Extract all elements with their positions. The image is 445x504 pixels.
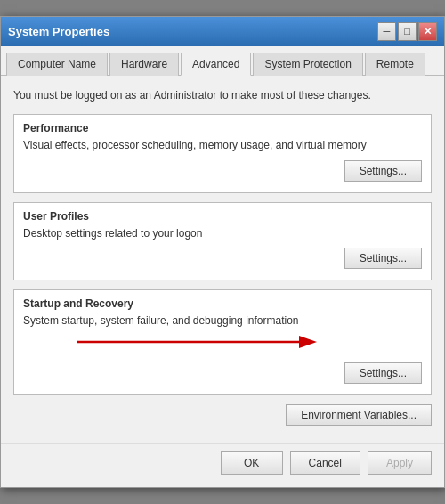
ok-button[interactable]: OK — [221, 451, 283, 475]
performance-btn-row: Settings... — [23, 160, 422, 182]
environment-variables-button[interactable]: Environment Variables... — [286, 404, 432, 426]
svg-marker-1 — [299, 336, 317, 348]
startup-recovery-section: Startup and Recovery System startup, sys… — [13, 289, 432, 395]
tab-system-protection[interactable]: System Protection — [253, 53, 362, 76]
title-bar-buttons: ─ □ ✕ — [377, 22, 437, 41]
admin-notice: You must be logged on as an Administrato… — [13, 88, 432, 103]
tabs-container: Computer Name Hardware Advanced System P… — [1, 46, 444, 76]
startup-recovery-title: Startup and Recovery — [23, 297, 422, 310]
startup-recovery-settings-button[interactable]: Settings... — [344, 362, 422, 384]
user-profiles-title: User Profiles — [23, 210, 422, 223]
cancel-button[interactable]: Cancel — [290, 451, 360, 475]
performance-desc: Visual effects, processor scheduling, me… — [23, 138, 422, 153]
tab-advanced[interactable]: Advanced — [181, 53, 251, 76]
user-profiles-desc: Desktop settings related to your logon — [23, 226, 422, 241]
content-area: You must be logged on as an Administrato… — [1, 76, 444, 443]
tab-remote[interactable]: Remote — [365, 53, 425, 76]
startup-recovery-btn-row: Settings... — [23, 362, 422, 384]
minimize-button[interactable]: ─ — [377, 22, 396, 41]
arrow-container — [23, 329, 422, 355]
user-profiles-btn-row: Settings... — [23, 248, 422, 269]
user-profiles-section: User Profiles Desktop settings related t… — [13, 202, 432, 281]
maximize-button[interactable]: □ — [398, 22, 417, 41]
tab-hardware[interactable]: Hardware — [109, 53, 179, 76]
title-bar: System Properties ─ □ ✕ — [1, 17, 444, 46]
window-title: System Properties — [8, 25, 109, 38]
system-properties-window: System Properties ─ □ ✕ Computer Name Ha… — [0, 16, 445, 488]
arrow-icon — [77, 329, 326, 355]
performance-section: Performance Visual effects, processor sc… — [13, 114, 432, 193]
performance-title: Performance — [23, 122, 422, 134]
user-profiles-settings-button[interactable]: Settings... — [344, 248, 422, 269]
close-button[interactable]: ✕ — [418, 22, 437, 41]
startup-recovery-desc: System startup, system failure, and debu… — [23, 313, 422, 329]
performance-settings-button[interactable]: Settings... — [344, 160, 422, 182]
tab-computer-name[interactable]: Computer Name — [6, 53, 108, 76]
env-variables-row: Environment Variables... — [13, 404, 432, 426]
apply-button[interactable]: Apply — [368, 451, 432, 475]
bottom-buttons: OK Cancel Apply — [1, 443, 444, 487]
